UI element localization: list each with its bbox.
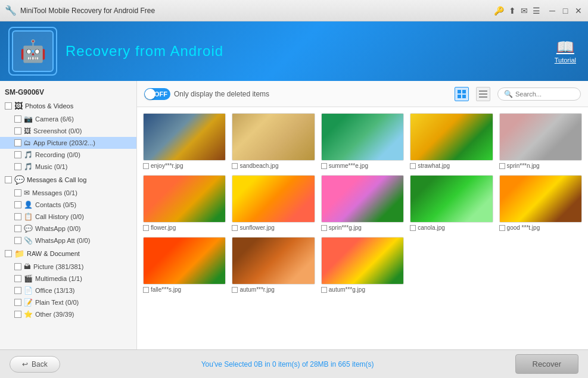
item-checkbox-whatsapp[interactable]: [14, 225, 21, 232]
item-checkbox-app-picture[interactable]: [14, 139, 21, 146]
file-label: summe***e.jpg: [321, 163, 368, 169]
toggle-description: Only display the deleted items: [174, 90, 269, 98]
sidebar-item-plain-text[interactable]: 📝 Plain Text (0/0): [0, 296, 136, 308]
message-icon: ✉: [24, 189, 30, 197]
sidebar-item-messages[interactable]: ✉ Messages (0/1): [0, 187, 136, 199]
close-button[interactable]: ✕: [574, 6, 583, 15]
key-icon[interactable]: 🔑: [494, 6, 504, 15]
list-item[interactable]: autum***g.jpg: [321, 237, 404, 293]
file-checkbox[interactable]: [143, 163, 149, 169]
file-label: autum***r.jpg: [232, 286, 274, 293]
svg-rect-0: [458, 90, 461, 93]
sidebar-item-other[interactable]: ⭐ Other (39/39): [0, 308, 136, 320]
file-checkbox[interactable]: [499, 225, 505, 231]
list-item[interactable]: sunflower.jpg: [232, 175, 315, 231]
recover-button[interactable]: Recover: [515, 354, 578, 374]
sidebar-item-picture[interactable]: 🏔 Picture (381/381): [0, 261, 136, 273]
list-item[interactable]: sandbeach.jpg: [232, 113, 315, 169]
list-item[interactable]: sprin***n.jpg: [499, 113, 582, 169]
list-item[interactable]: summe***e.jpg: [321, 113, 404, 169]
file-label: sandbeach.jpg: [232, 163, 278, 169]
maximize-button[interactable]: □: [561, 6, 570, 15]
sidebar-item-office[interactable]: 📄 Office (13/13): [0, 285, 136, 296]
svg-rect-6: [479, 96, 487, 98]
file-checkbox[interactable]: [321, 225, 327, 231]
svg-rect-5: [479, 93, 487, 95]
file-checkbox[interactable]: [321, 287, 327, 293]
list-item[interactable]: good ***t.jpg: [499, 175, 582, 231]
sidebar-category-photos[interactable]: 🖼 Photos & Videos: [0, 99, 136, 113]
search-input[interactable]: [515, 90, 575, 98]
menu-icon[interactable]: ☰: [533, 6, 540, 15]
item-checkbox-whatsapp-att[interactable]: [14, 237, 21, 244]
category-label-raw: RAW & Document: [27, 250, 80, 257]
category-checkbox-messages[interactable]: [5, 176, 12, 183]
sidebar-category-raw[interactable]: 📁 RAW & Document: [0, 246, 136, 261]
list-item[interactable]: falle***s.jpg: [143, 237, 226, 293]
sidebar-item-camera[interactable]: 📷 Camera (6/6): [0, 113, 136, 125]
sidebar-item-recording[interactable]: 🎵 Recording (0/0): [0, 149, 136, 161]
file-checkbox[interactable]: [232, 163, 238, 169]
list-item[interactable]: strawhat.jpg: [410, 113, 493, 169]
item-checkbox-music[interactable]: [14, 163, 21, 170]
sidebar-item-app-picture[interactable]: 🗂 App Picture (203/2...): [0, 137, 136, 149]
toggle-button[interactable]: OFF: [144, 88, 170, 100]
grid-view-button[interactable]: [455, 87, 469, 101]
file-label: strawhat.jpg: [410, 163, 450, 169]
image-grid: enjoy***r.jpg sandbeach.jpg summe***e.jp…: [137, 107, 588, 349]
header: 🤖 Recovery from Android 📖 Tutorial: [0, 21, 588, 81]
sidebar: SM-G9006V 🖼 Photos & Videos 📷 Camera (6/…: [0, 81, 137, 349]
mail-icon[interactable]: ✉: [521, 6, 528, 15]
upload-icon[interactable]: ⬆: [509, 6, 516, 15]
list-item[interactable]: enjoy***r.jpg: [143, 113, 226, 169]
item-checkbox-multimedia[interactable]: [14, 275, 21, 282]
sidebar-item-screenshot[interactable]: 🖼 Screenshot (0/0): [0, 125, 136, 137]
file-checkbox[interactable]: [410, 225, 416, 231]
item-checkbox-other[interactable]: [14, 311, 21, 318]
file-checkbox[interactable]: [321, 163, 327, 169]
list-item[interactable]: sprin***g.jpg: [321, 175, 404, 231]
list-item[interactable]: autum***r.jpg: [232, 237, 315, 293]
thumbnail-image: [143, 175, 226, 223]
category-checkbox-photos[interactable]: [5, 102, 12, 110]
back-button[interactable]: ↩ Back: [10, 356, 60, 373]
sidebar-item-music[interactable]: 🎵 Music (0/1): [0, 161, 136, 173]
item-checkbox-camera[interactable]: [14, 115, 21, 123]
file-label: sprin***g.jpg: [321, 224, 362, 231]
file-checkbox[interactable]: [410, 163, 416, 169]
file-checkbox[interactable]: [499, 163, 505, 169]
item-checkbox-office[interactable]: [14, 287, 21, 294]
status-text: You've Selected 0B in 0 item(s) of 28MB …: [60, 360, 515, 368]
file-checkbox[interactable]: [232, 287, 238, 293]
sidebar-item-multimedia[interactable]: 🎬 Multimedia (1/1): [0, 273, 136, 285]
file-checkbox[interactable]: [232, 225, 238, 231]
file-checkbox[interactable]: [143, 225, 149, 231]
category-checkbox-raw[interactable]: [5, 250, 12, 257]
sidebar-category-messages[interactable]: 💬 Messages & Call log: [0, 173, 136, 187]
window-controls: ─ □ ✕: [547, 6, 583, 15]
toggle-switch[interactable]: OFF Only display the deleted items: [144, 88, 269, 100]
list-item[interactable]: canola.jpg: [410, 175, 493, 231]
item-checkbox-picture[interactable]: [14, 263, 21, 270]
list-item[interactable]: flower.jpg: [143, 175, 226, 231]
list-view-button[interactable]: [476, 87, 490, 101]
minimize-button[interactable]: ─: [547, 6, 557, 15]
music-icon: 🎵: [24, 163, 33, 171]
item-checkbox-recording[interactable]: [14, 151, 21, 158]
tutorial-button[interactable]: 📖 Tutorial: [555, 39, 576, 64]
sidebar-item-whatsapp[interactable]: 💬 WhatsApp (0/0): [0, 223, 136, 235]
item-checkbox-plain-text[interactable]: [14, 299, 21, 306]
thumbnail-image: [499, 175, 582, 223]
svg-rect-4: [479, 90, 487, 92]
item-checkbox-messages[interactable]: [14, 189, 21, 196]
sidebar-item-whatsapp-att[interactable]: 📎 WhatsApp Att (0/0): [0, 235, 136, 246]
item-checkbox-contacts[interactable]: [14, 201, 21, 208]
item-checkbox-screenshot[interactable]: [14, 127, 21, 135]
search-box[interactable]: 🔍: [497, 88, 581, 101]
item-checkbox-call-history[interactable]: [14, 213, 21, 220]
sidebar-item-call-history[interactable]: 📋 Call History (0/0): [0, 211, 136, 223]
sidebar-item-contacts[interactable]: 👤 Contacts (0/5): [0, 199, 136, 211]
file-checkbox[interactable]: [143, 287, 149, 293]
thumbnail-image: [143, 237, 226, 285]
thumbnail-image: [321, 175, 404, 223]
